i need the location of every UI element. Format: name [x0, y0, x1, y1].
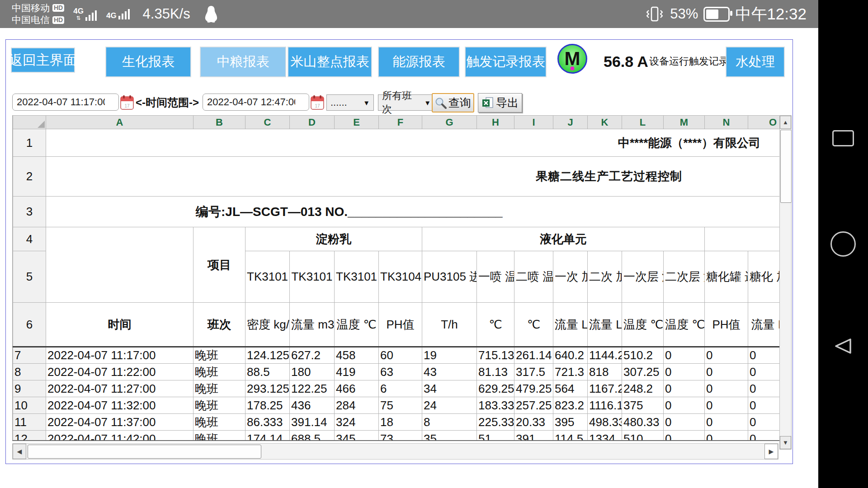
value-cell[interactable]: 510 — [622, 431, 664, 441]
empty-cell[interactable] — [46, 227, 193, 303]
value-cell[interactable]: 688.5 — [290, 431, 335, 441]
value-cell[interactable]: 0 — [705, 380, 748, 397]
row-number[interactable]: 8 — [13, 364, 46, 380]
value-cell[interactable]: 43 — [422, 364, 477, 380]
value-cell[interactable]: 0 — [664, 431, 705, 441]
value-cell[interactable]: 225.33 — [477, 414, 514, 431]
time-cell[interactable]: 2022-04-07 11:27:00 — [46, 380, 193, 397]
instrument-header-cell[interactable]: TK3101 — [290, 251, 335, 303]
column-letter[interactable]: A — [46, 116, 193, 129]
value-cell[interactable]: 345 — [335, 431, 379, 441]
shift-dropdown[interactable]: 所有班次 ▼ — [378, 94, 435, 111]
value-cell[interactable]: 436 — [290, 397, 335, 414]
value-cell[interactable]: 0 — [748, 380, 780, 397]
value-cell[interactable]: 178.25 — [245, 397, 290, 414]
value-cell[interactable]: 73 — [379, 431, 422, 441]
unit-header-cell[interactable]: 流量 L/h — [748, 303, 780, 347]
value-cell[interactable]: 180 — [290, 364, 335, 380]
company-name-cell[interactable]: 中****能源（****）有限公司 — [46, 129, 780, 157]
value-cell[interactable]: 480.33 — [622, 414, 664, 431]
value-cell[interactable]: 51 — [477, 431, 514, 441]
value-cell[interactable]: 466 — [335, 380, 379, 397]
shift-cell[interactable]: 晚班 — [193, 414, 245, 431]
value-cell[interactable]: 498.33 — [588, 414, 622, 431]
instrument-header-cell[interactable]: 二次 加酶 — [588, 251, 622, 303]
tab-trigger-log-report[interactable]: 触发记录报表 — [465, 47, 546, 77]
instrument-header-cell[interactable]: 二次层 流罐 — [664, 251, 705, 303]
row-number[interactable]: 1 — [13, 129, 46, 157]
value-cell[interactable]: 0 — [748, 414, 780, 431]
row-number[interactable]: 10 — [13, 397, 46, 414]
value-cell[interactable]: 0 — [664, 347, 705, 364]
value-cell[interactable]: 640.2 — [553, 347, 588, 364]
value-cell[interactable]: 248.2 — [622, 380, 664, 397]
value-cell[interactable]: 324 — [335, 414, 379, 431]
calendar-icon[interactable]: 17 — [311, 95, 324, 110]
horizontal-scrollbar[interactable]: ◀ ▶ — [12, 443, 778, 460]
row-number[interactable]: 9 — [13, 380, 46, 397]
time-cell[interactable]: 2022-04-07 11:17:00 — [46, 347, 193, 364]
calendar-icon[interactable]: 17 — [120, 95, 134, 110]
row-number[interactable]: 11 — [13, 414, 46, 431]
row-number[interactable]: 5 — [13, 251, 46, 303]
value-cell[interactable]: 75 — [379, 397, 422, 414]
column-letter[interactable]: K — [588, 116, 622, 129]
column-letter[interactable]: F — [379, 116, 422, 129]
column-letter[interactable]: B — [193, 116, 245, 129]
unit-header-cell[interactable]: 流量 L/h — [588, 303, 622, 347]
instrument-header-cell[interactable]: PU3105 进料流量 — [422, 251, 477, 303]
value-cell[interactable]: 627.2 — [290, 347, 335, 364]
back-icon[interactable] — [834, 338, 853, 354]
instrument-header-cell[interactable]: TK3104 — [379, 251, 422, 303]
scroll-left-icon[interactable]: ◀ — [13, 444, 26, 459]
unit-header-cell[interactable]: 温度 ℃ — [622, 303, 664, 347]
value-cell[interactable]: 629.25 — [477, 380, 514, 397]
project-header-cell[interactable]: 项目 — [193, 227, 245, 303]
value-cell[interactable]: 0 — [748, 397, 780, 414]
value-cell[interactable]: 8 — [422, 414, 477, 431]
filter-dropdown[interactable]: ...... ▼ — [326, 94, 374, 111]
value-cell[interactable]: 375 — [622, 397, 664, 414]
time-cell[interactable]: 2022-04-07 11:37:00 — [46, 414, 193, 431]
time-header-cell[interactable]: 时间 — [46, 303, 193, 347]
instrument-header-cell[interactable]: 一喷 温度 — [477, 251, 514, 303]
home-icon[interactable] — [830, 231, 856, 257]
unit-header-cell[interactable]: 密度 kg/L — [245, 303, 290, 347]
value-cell[interactable]: 261.14 — [514, 347, 553, 364]
instrument-header-cell[interactable]: 二喷 温度 — [514, 251, 553, 303]
shift-cell[interactable]: 晚班 — [193, 431, 245, 441]
value-cell[interactable]: 458 — [335, 347, 379, 364]
instrument-header-cell[interactable]: 一次 加酶 — [553, 251, 588, 303]
value-cell[interactable]: 0 — [705, 364, 748, 380]
value-cell[interactable]: 317.5 — [514, 364, 553, 380]
column-letter[interactable]: O — [748, 116, 780, 129]
column-letter[interactable]: N — [705, 116, 748, 129]
tab-energy-report[interactable]: 能源报表 — [378, 47, 459, 77]
value-cell[interactable]: 564 — [553, 380, 588, 397]
value-cell[interactable]: 0 — [705, 431, 748, 441]
value-cell[interactable]: 86.333 — [245, 414, 290, 431]
value-cell[interactable]: 391 — [514, 431, 553, 441]
tab-mishan-hourly-report[interactable]: 米山整点报表 — [288, 47, 372, 77]
empty-cell[interactable] — [705, 227, 780, 251]
back-to-main-button[interactable]: 返回主界面 — [11, 48, 75, 72]
query-button[interactable]: 查询 — [432, 93, 474, 113]
scroll-down-icon[interactable]: ▼ — [780, 436, 791, 449]
unit-header-cell[interactable]: PH值 — [705, 303, 748, 347]
value-cell[interactable]: 18 — [379, 414, 422, 431]
value-cell[interactable]: 1116.1 — [588, 397, 622, 414]
value-cell[interactable]: 19 — [422, 347, 477, 364]
instrument-header-cell[interactable]: TK3101 — [245, 251, 290, 303]
unit-header-cell[interactable]: ℃ — [514, 303, 553, 347]
instrument-header-cell[interactable]: 糖化 加酶 — [748, 251, 780, 303]
row-number[interactable]: 7 — [13, 347, 46, 364]
column-letter[interactable]: E — [335, 116, 379, 129]
value-cell[interactable]: 479.25 — [514, 380, 553, 397]
unit-header-cell[interactable]: 流量 m3/h — [290, 303, 335, 347]
vertical-scrollbar[interactable]: ▲ ▼ — [779, 115, 792, 450]
value-cell[interactable]: 88.5 — [245, 364, 290, 380]
water-treatment-button[interactable]: 水处理 — [726, 47, 784, 77]
column-letter[interactable]: H — [477, 116, 514, 129]
column-letter[interactable]: G — [422, 116, 477, 129]
shift-cell[interactable]: 晚班 — [193, 380, 245, 397]
